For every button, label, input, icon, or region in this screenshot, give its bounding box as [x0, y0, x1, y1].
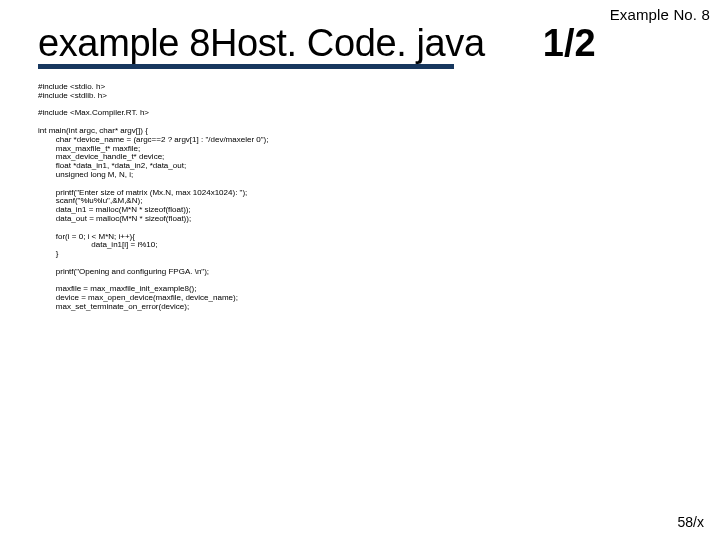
- title-row: example 8Host. Code. java 1/2: [38, 22, 706, 65]
- slide-number: 58/x: [678, 514, 704, 530]
- example-tag: Example No. 8: [610, 6, 710, 23]
- page-indicator: 1/2: [543, 22, 596, 65]
- code-block: #include <stdio. h> #include <stdlib. h>…: [38, 83, 706, 312]
- page-title: example 8Host. Code. java: [38, 22, 485, 65]
- slide: Example No. 8 example 8Host. Code. java …: [0, 0, 720, 540]
